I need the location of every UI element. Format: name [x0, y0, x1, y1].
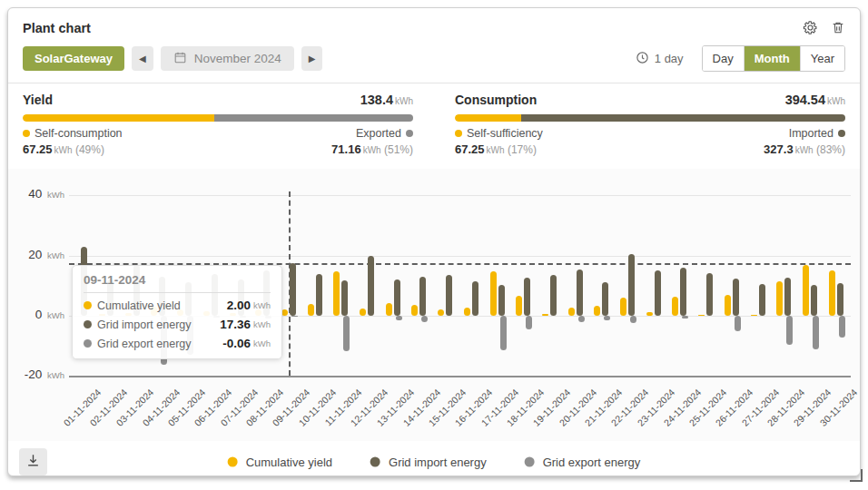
- bar-cumulative-yield-13-11-2024[interactable]: [386, 303, 392, 316]
- bar-cumulative-yield-14-11-2024[interactable]: [411, 305, 418, 316]
- tab-year[interactable]: Year: [800, 46, 844, 71]
- bar-cumulative-yield-11-11-2024[interactable]: [333, 271, 340, 316]
- page-title: Plant chart: [23, 21, 91, 35]
- bar-cumulative-yield-22-11-2024[interactable]: [620, 298, 626, 316]
- bar-cumulative-yield-25-11-2024[interactable]: [698, 315, 705, 316]
- consumption-right-value: 327.3kWh (83%): [764, 142, 845, 156]
- bar-cumulative-yield-20-11-2024[interactable]: [568, 308, 575, 316]
- plant-chart-card: Plant chart SolarGateway ◀ November 2024…: [7, 7, 861, 476]
- bar-grid-import-energy-17-11-2024[interactable]: [498, 285, 505, 316]
- gear-icon: [803, 24, 818, 38]
- bar-cumulative-yield-21-11-2024[interactable]: [594, 306, 600, 316]
- bar-grid-import-energy-20-11-2024[interactable]: [577, 270, 583, 316]
- bar-grid-import-energy-29-11-2024[interactable]: [811, 285, 817, 316]
- bar-grid-import-energy-30-11-2024[interactable]: [837, 283, 843, 316]
- export-series-dot: [84, 339, 92, 348]
- delete-button[interactable]: [831, 20, 845, 35]
- bar-cumulative-yield-28-11-2024[interactable]: [776, 281, 783, 316]
- exported-dot: [406, 130, 413, 137]
- bar-grid-export-energy-21-11-2024[interactable]: [604, 316, 610, 320]
- bar-grid-import-energy-11-11-2024[interactable]: [341, 280, 348, 316]
- bar-grid-import-energy-15-11-2024[interactable]: [446, 275, 452, 316]
- trash-icon: [831, 24, 845, 38]
- legend-import-dot: [370, 457, 380, 467]
- bar-cumulative-yield-30-11-2024[interactable]: [829, 270, 835, 316]
- bar-grid-export-energy-28-11-2024[interactable]: [786, 316, 793, 345]
- bar-grid-export-energy-30-11-2024[interactable]: [839, 316, 845, 338]
- bar-grid-import-energy-14-11-2024[interactable]: [419, 277, 426, 316]
- gridline-20: [69, 256, 851, 257]
- bar-grid-export-energy-17-11-2024[interactable]: [500, 316, 507, 350]
- bar-cumulative-yield-12-11-2024[interactable]: [360, 309, 366, 316]
- bar-cumulative-yield-26-11-2024[interactable]: [725, 295, 731, 316]
- y-tick-label-20: 20 kWh: [19, 248, 64, 261]
- tab-month[interactable]: Month: [744, 46, 800, 71]
- next-period-button[interactable]: ▶: [301, 46, 323, 71]
- bar-cumulative-yield-16-11-2024[interactable]: [464, 308, 470, 316]
- bar-grid-import-energy-22-11-2024[interactable]: [628, 254, 635, 316]
- legend-export-dot: [525, 457, 535, 467]
- header: Plant chart: [8, 8, 860, 37]
- yield-ratio-bar: [23, 114, 413, 122]
- bar-grid-export-energy-20-11-2024[interactable]: [578, 316, 585, 322]
- bar-cumulative-yield-17-11-2024[interactable]: [490, 271, 497, 316]
- resolution-label: 1 day: [655, 52, 684, 65]
- consumption-title: Consumption: [455, 93, 537, 107]
- gridline--20: [69, 376, 851, 377]
- bar-cumulative-yield-15-11-2024[interactable]: [438, 309, 444, 316]
- bar-grid-import-energy-28-11-2024[interactable]: [784, 278, 791, 316]
- bar-cumulative-yield-29-11-2024[interactable]: [803, 265, 809, 316]
- toolbar: SolarGateway ◀ November 2024 ▶ 1 day Day…: [8, 37, 860, 83]
- bar-cumulative-yield-10-11-2024[interactable]: [308, 304, 314, 316]
- bar-grid-import-energy-10-11-2024[interactable]: [316, 274, 322, 316]
- bar-chart: 09-11-2024 Cumulative yield 2.00kWh Grid…: [8, 169, 860, 441]
- bar-grid-import-energy-18-11-2024[interactable]: [524, 278, 530, 316]
- download-button[interactable]: [19, 448, 47, 475]
- bar-grid-import-energy-25-11-2024[interactable]: [706, 273, 713, 316]
- yield-right-label: Exported: [356, 127, 413, 140]
- bar-grid-import-energy-09-11-2024[interactable]: [290, 263, 296, 316]
- bar-grid-import-energy-27-11-2024[interactable]: [759, 284, 765, 316]
- period-picker-button[interactable]: November 2024: [161, 46, 294, 71]
- bar-grid-export-energy-11-11-2024[interactable]: [343, 316, 350, 351]
- yield-right-value: 71.16kWh (51%): [331, 142, 413, 156]
- tooltip-date: 09-11-2024: [84, 273, 271, 293]
- bar-grid-export-energy-18-11-2024[interactable]: [526, 316, 532, 329]
- view-switcher: Day Month Year: [702, 45, 845, 72]
- consumption-left-label: Self-sufficiency: [455, 127, 543, 140]
- bar-grid-export-energy-29-11-2024[interactable]: [813, 316, 819, 349]
- imported-dot: [838, 130, 845, 137]
- y-tick-label-40: 40 kWh: [19, 187, 64, 201]
- bar-grid-import-energy-26-11-2024[interactable]: [733, 279, 739, 316]
- yield-left-label: Self-consumption: [23, 127, 123, 140]
- yield-series-dot: [84, 301, 92, 309]
- bar-cumulative-yield-19-11-2024[interactable]: [542, 314, 548, 316]
- clock-icon: [636, 51, 649, 67]
- bar-grid-import-energy-23-11-2024[interactable]: [655, 270, 661, 316]
- bar-cumulative-yield-18-11-2024[interactable]: [516, 296, 522, 316]
- bar-cumulative-yield-24-11-2024[interactable]: [672, 297, 678, 316]
- tooltip-row-export: Grid export energy -0.06kWh: [84, 337, 271, 350]
- bar-cumulative-yield-23-11-2024[interactable]: [646, 312, 653, 316]
- resize-grip[interactable]: [850, 469, 863, 482]
- bar-grid-import-energy-13-11-2024[interactable]: [394, 279, 400, 316]
- bar-grid-import-energy-21-11-2024[interactable]: [602, 282, 608, 316]
- consumption-summary: Consumption 394.54kWh Self-sufficiency I…: [455, 92, 845, 156]
- download-icon: [25, 453, 41, 471]
- y-tick-label-0: 0 kWh: [19, 308, 64, 321]
- prev-period-button[interactable]: ◀: [132, 46, 153, 71]
- settings-button[interactable]: [803, 20, 818, 35]
- tab-day[interactable]: Day: [703, 46, 744, 71]
- bar-grid-export-energy-14-11-2024[interactable]: [421, 316, 428, 322]
- bar-grid-export-energy-24-11-2024[interactable]: [682, 316, 688, 318]
- bar-grid-export-energy-22-11-2024[interactable]: [630, 316, 636, 323]
- bar-grid-export-energy-26-11-2024[interactable]: [735, 316, 741, 331]
- bar-grid-import-energy-24-11-2024[interactable]: [680, 268, 686, 316]
- bar-cumulative-yield-27-11-2024[interactable]: [751, 315, 757, 316]
- bar-grid-import-energy-12-11-2024[interactable]: [368, 256, 374, 316]
- plant-selector-button[interactable]: SolarGateway: [23, 46, 124, 71]
- bar-grid-export-energy-13-11-2024[interactable]: [396, 316, 402, 320]
- tooltip-row-yield: Cumulative yield 2.00kWh: [84, 299, 271, 312]
- bar-grid-import-energy-16-11-2024[interactable]: [472, 281, 478, 316]
- bar-grid-import-energy-19-11-2024[interactable]: [550, 275, 557, 316]
